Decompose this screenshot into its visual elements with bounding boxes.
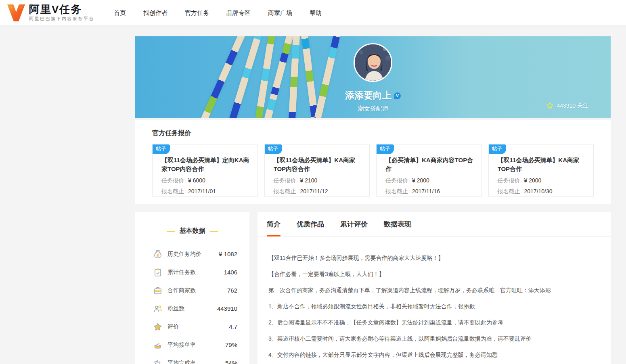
stat-list: 历史任务均价 ¥ 1082 累计任务数 1406 [135, 245, 249, 364]
price-label: 任务报价 [498, 177, 520, 184]
inbox-check-icon [153, 340, 163, 350]
stat-label: 合作商家数 [167, 287, 196, 294]
stat-value: 4.7 [229, 323, 237, 330]
stat-value: 1406 [224, 269, 237, 276]
logo-subtitle: 阿里巴巴旗下内容服务平台 [29, 16, 94, 22]
intro-paragraph: 第一次合作的商家，务必沟通清楚再下单，了解渠道内容上线流程，理解万岁，务必联系唯… [268, 287, 599, 294]
post-type-badge: 帖子 [377, 144, 394, 154]
stat-row-fans: 粉丝数 443910 [153, 299, 237, 318]
intro-paragraph: 【双11合作已开始！多会场同步展现，需要合作的商家大大速度咯！】 [268, 254, 599, 261]
intro-content: 【双11合作已开始！多会场同步展现，需要合作的商家大大速度咯！】 【合作必看，一… [258, 236, 611, 358]
tasks-heading: 官方任务报价 [152, 129, 594, 138]
price-label: 任务报价 [274, 177, 296, 184]
rating-star-icon [153, 322, 163, 332]
title-dash-right [210, 231, 218, 232]
money-bag-icon [153, 249, 163, 259]
nav-item-merchant-plaza[interactable]: 商家广场 [268, 0, 292, 26]
profile-name: 添添要向上 [345, 90, 392, 100]
post-type-badge: 帖子 [153, 144, 170, 154]
stat-value: 443910 [217, 305, 237, 312]
stat-value: 79% [225, 341, 237, 348]
stat-label: 粉丝数 [167, 305, 184, 312]
intro-paragraph: 2、后台阅读量显示不不不准确，【任务文章阅读数】无法统计到渠道流量，请不要以此为… [268, 319, 599, 326]
task-title: 【必买清单】KA商家内容TOP合作 [385, 156, 476, 174]
deadline-label: 报名截止 [498, 188, 520, 195]
stat-row-partner-merchants: 合作商家数 762 [153, 281, 237, 299]
stat-value: ¥ 1082 [219, 251, 237, 257]
main-nav: 首页 找创作者 官方任务 品牌专区 商家广场 帮助 [114, 0, 339, 26]
task-title: 【双11会场必买清单】KA商家TOP合作 [498, 156, 588, 174]
task-card[interactable]: 帖子 【双11会场必买清单】KA商家TOP合作 任务报价¥ 2000 报名截止2… [488, 144, 594, 197]
stat-label: 历史任务均价 [167, 251, 201, 258]
profile-banner: 添添要向上V 潮女搭配师 443910 关注 [135, 36, 611, 118]
profile-detail-panel: 简介 优质作品 累计评价 数据表现 【双11合作已开始！多会场同步展现，需要合作… [258, 212, 611, 364]
post-type-badge: 帖子 [489, 144, 506, 154]
stat-value: 762 [227, 287, 237, 294]
intro-paragraph: 4、交付内容的链接，大部分只显示部分文字内容，但渠道上线后会展现完整版，务必请知… [268, 351, 599, 358]
intro-paragraph: 【合作必看，一定要看3遍以上哦，大大们！】 [268, 270, 599, 278]
stat-label: 评价 [167, 323, 179, 331]
task-card[interactable]: 帖子 【双11会场必买清单】定向KA商家TOP内容合作 任务报价¥ 6000 报… [152, 144, 258, 197]
follow-count[interactable]: 443910 关注 [546, 102, 588, 109]
stat-row-completion-rate: 平均完成率 54% [153, 354, 237, 364]
deadline-label: 报名截止 [274, 188, 296, 195]
price-value: ¥ 2100 [300, 177, 318, 184]
stat-row-total-tasks: 累计任务数 1406 [153, 263, 237, 281]
stat-row-rating: 评价 4.7 [153, 318, 237, 336]
official-task-quotes-panel: 官方任务报价 帖子 【双11会场必买清单】定向KA商家TOP内容合作 任务报价¥… [135, 120, 611, 204]
verified-badge-icon: V [394, 92, 401, 99]
stat-label: 累计任务数 [167, 269, 196, 276]
profile-tabbar: 简介 优质作品 累计评价 数据表现 [258, 212, 611, 236]
nav-item-official-tasks[interactable]: 官方任务 [185, 0, 209, 26]
price-label: 任务报价 [385, 177, 408, 184]
task-title: 【双11会场必买清单】KA商家TOP内容合作 [274, 156, 364, 174]
nav-item-help[interactable]: 帮助 [310, 0, 322, 26]
price-value: ¥ 2000 [524, 177, 542, 184]
deadline-value: 2017/11/12 [300, 188, 328, 195]
stat-row-avg-price: 历史任务均价 ¥ 1082 [153, 245, 237, 263]
tab-intro[interactable]: 简介 [267, 212, 281, 236]
tab-quality-works[interactable]: 优质作品 [297, 212, 324, 236]
task-card[interactable]: 帖子 【双11会场必买清单】KA商家TOP内容合作 任务报价¥ 2100 报名截… [264, 144, 370, 197]
title-dash-left [167, 231, 175, 232]
post-type-badge: 帖子 [265, 144, 282, 154]
avatar-illustration [355, 44, 392, 82]
follow-count-number: 443910 [557, 103, 576, 109]
profile-role: 潮女搭配师 [135, 105, 611, 113]
deadline-label: 报名截止 [161, 188, 184, 195]
price-label: 任务报价 [161, 177, 184, 184]
top-header: 阿里V任务 阿里巴巴旗下内容服务平台 首页 找创作者 官方任务 品牌专区 商家广… [0, 0, 626, 26]
deadline-label: 报名截止 [385, 188, 408, 195]
nav-item-find-creators[interactable]: 找创作者 [143, 0, 167, 26]
hand-ok-icon [153, 358, 163, 364]
deadline-value: 2017/11/16 [412, 188, 440, 195]
basic-data-panel: 基本数据 历史任务均价 ¥ 1082 [135, 212, 249, 364]
deadline-value: 2017/11/01 [188, 188, 216, 195]
price-value: ¥ 6000 [188, 177, 205, 184]
follow-label: 关注 [577, 102, 588, 109]
tab-cumulative-reviews[interactable]: 累计评价 [340, 212, 368, 236]
deadline-value: 2017/10/30 [524, 188, 553, 195]
nav-item-home[interactable]: 首页 [114, 0, 126, 26]
basic-data-title: 基本数据 [180, 227, 205, 235]
price-value: ¥ 2000 [412, 177, 429, 184]
stat-label: 平均完成率 [167, 360, 196, 364]
nav-item-brand-zone[interactable]: 品牌专区 [226, 0, 251, 26]
intro-paragraph: 3、渠道审核小二需要时间，请大家务必耐心等待渠道上线，以阿里妈妈后台流量数据为准… [268, 335, 599, 342]
task-title: 【双11会场必买清单】定向KA商家TOP内容合作 [161, 156, 252, 174]
task-card[interactable]: 帖子 【必买清单】KA商家内容TOP合作 任务报价¥ 2000 报名截止2017… [376, 144, 482, 197]
briefcase-icon [153, 286, 163, 295]
tab-data-performance[interactable]: 数据表现 [384, 212, 411, 236]
users-icon [153, 304, 163, 314]
app-logo[interactable]: 阿里V任务 阿里巴巴旗下内容服务平台 [6, 4, 94, 22]
avatar [354, 43, 392, 82]
stat-row-accept-rate: 平均接单率 79% [153, 336, 237, 354]
star-icon [546, 102, 554, 109]
logo-title: 阿里V任务 [29, 4, 94, 15]
clipboard-icon [153, 268, 163, 277]
intro-paragraph: 1、新店不合作，领域必须跟潮流女性类目相关，非相关领域暂时无法合作，很抱歉 [268, 303, 599, 310]
stat-value: 54% [225, 360, 237, 364]
task-card-list: 帖子 【双11会场必买清单】定向KA商家TOP内容合作 任务报价¥ 6000 报… [152, 144, 594, 197]
stat-label: 平均接单率 [167, 341, 196, 349]
active-tab-underline [267, 235, 281, 236]
